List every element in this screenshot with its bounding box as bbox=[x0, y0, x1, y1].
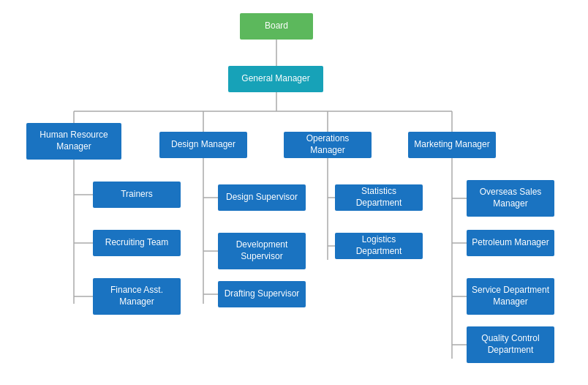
general-manager-node: General Manager bbox=[228, 66, 323, 92]
ops-manager-node: Operations Manager bbox=[284, 132, 372, 158]
org-chart: Board General Manager Human Resource Man… bbox=[0, 0, 588, 385]
recruiting-team-node: Recruiting Team bbox=[93, 230, 181, 256]
design-manager-node: Design Manager bbox=[159, 132, 247, 158]
petroleum-manager-node: Petroleum Manager bbox=[467, 230, 554, 256]
trainers-node: Trainers bbox=[93, 182, 181, 208]
marketing-manager-node: Marketing Manager bbox=[408, 132, 496, 158]
stats-dept-node: Statistics Department bbox=[335, 184, 423, 211]
quality-control-node: Quality Control Department bbox=[467, 326, 554, 363]
service-dept-node: Service Department Manager bbox=[467, 278, 554, 315]
hr-manager-node: Human Resource Manager bbox=[26, 123, 121, 160]
logistics-dept-node: Logistics Department bbox=[335, 233, 423, 259]
dev-supervisor-node: Development Supervisor bbox=[218, 233, 306, 269]
overseas-sales-node: Overseas Sales Manager bbox=[467, 180, 554, 217]
finance-asst-node: Finance Asst. Manager bbox=[93, 278, 181, 315]
board-node: Board bbox=[240, 13, 313, 40]
design-supervisor-node: Design Supervisor bbox=[218, 184, 306, 211]
drafting-supervisor-node: Drafting Supervisor bbox=[218, 281, 306, 307]
